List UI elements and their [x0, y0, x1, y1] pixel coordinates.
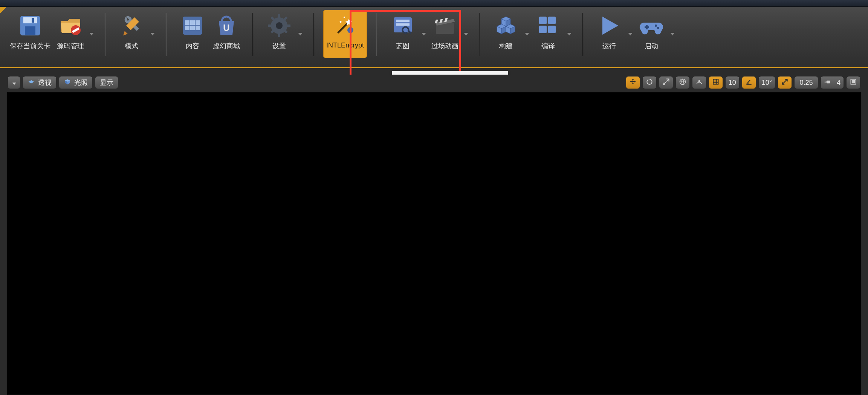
clapperboard-icon [431, 12, 458, 39]
blueprint-icon [389, 12, 416, 39]
play-label: 运行 [602, 41, 616, 51]
grid-snap-value-text: 10 [729, 79, 736, 87]
transform-move-button[interactable] [626, 76, 640, 89]
magic-wand-icon [332, 12, 359, 39]
svg-rect-47 [852, 80, 855, 83]
scale-icon [662, 78, 670, 87]
svg-rect-9 [196, 20, 200, 25]
source-control-label: 源码管理 [57, 41, 84, 51]
play-dropdown[interactable] [626, 10, 634, 58]
scale-snap-value[interactable]: 0.25 [794, 76, 818, 89]
scale-snap-toggle[interactable] [778, 76, 792, 89]
scale-snap-value-text: 0.25 [799, 79, 813, 87]
cinematics-dropdown[interactable] [462, 10, 470, 58]
blocks-icon [535, 12, 562, 39]
svg-rect-37 [539, 26, 547, 33]
svg-rect-1 [23, 17, 37, 23]
svg-rect-3 [32, 18, 34, 23]
perspective-label: 透视 [38, 78, 52, 87]
modes-dropdown[interactable] [148, 10, 157, 58]
transform-rotate-button[interactable] [642, 76, 657, 89]
camera-speed-button[interactable]: 4 [821, 76, 844, 89]
svg-rect-2 [25, 26, 35, 35]
source-control-dropdown[interactable] [87, 10, 96, 58]
svg-rect-30 [396, 23, 410, 26]
grid-snap-value[interactable]: 10 [725, 76, 740, 89]
perspective-button[interactable]: 透视 [23, 76, 57, 89]
settings-dropdown[interactable] [296, 10, 304, 58]
svg-rect-8 [190, 20, 195, 25]
svg-point-25 [347, 27, 353, 33]
svg-point-42 [657, 27, 659, 29]
compile-button[interactable]: 编译 [531, 10, 565, 58]
marketplace-label: 虚幻商城 [213, 41, 240, 51]
lighting-button[interactable]: 光照 [59, 76, 93, 89]
svg-rect-17 [278, 32, 280, 37]
app-root: 保存当前关卡 源码管理 模式 [0, 0, 868, 395]
play-button[interactable]: 运行 [592, 10, 626, 58]
toolbar-separator [582, 13, 583, 56]
svg-rect-36 [548, 17, 556, 24]
camera-speed-icon [824, 78, 831, 87]
grid-window-icon [179, 12, 206, 39]
coordinate-space-button[interactable] [675, 76, 690, 89]
angle-snap-toggle[interactable] [742, 76, 756, 89]
svg-point-15 [276, 22, 283, 29]
show-button[interactable]: 显示 [95, 76, 118, 89]
blueprint-dropdown[interactable] [420, 10, 428, 58]
main-toolbar: 保存当前关卡 源码管理 模式 [0, 7, 868, 67]
grid-snap-toggle[interactable] [709, 76, 723, 89]
save-button[interactable]: 保存当前关卡 [7, 10, 53, 58]
svg-rect-7 [185, 20, 189, 25]
viewport-panel: 透视 光照 显示 [7, 75, 861, 395]
viewport-toolbar: 透视 光照 显示 [7, 75, 861, 90]
globe-icon [679, 78, 686, 87]
toolbar-separator [479, 13, 480, 56]
angle-snap-value[interactable]: 10° [758, 76, 775, 89]
content-button[interactable]: 内容 [176, 10, 209, 58]
scale-snap-icon [781, 78, 789, 87]
svg-text:U: U [223, 23, 229, 33]
move-arrows-icon [629, 78, 637, 87]
surface-snap-button[interactable] [692, 76, 706, 89]
build-button[interactable]: 构建 [489, 10, 523, 58]
play-icon [596, 12, 623, 39]
svg-rect-12 [196, 26, 200, 30]
maximize-viewport-button[interactable] [846, 76, 860, 89]
build-dropdown[interactable] [523, 10, 531, 58]
marketplace-button[interactable]: U 虚幻商城 [209, 10, 243, 58]
launch-button[interactable]: 启动 [634, 10, 668, 58]
toolbar-separator [166, 13, 167, 56]
modes-button[interactable]: 模式 [115, 10, 148, 58]
build-label: 构建 [499, 41, 513, 51]
toolbar-group-content: 内容 U 虚幻商城 [176, 10, 243, 67]
intlencrypt-label: INTLEncrypt [326, 41, 364, 49]
bag-u-icon: U [213, 12, 240, 39]
transform-scale-button[interactable] [659, 76, 673, 89]
compile-label: 编译 [541, 41, 555, 51]
toolbar-separator [376, 13, 377, 56]
level-viewport[interactable] [7, 92, 861, 395]
viewport-options-dropdown[interactable] [8, 76, 20, 89]
svg-rect-29 [396, 20, 410, 22]
compile-dropdown[interactable] [565, 10, 573, 58]
viewport-toolbar-right: 10 10° 0.25 [626, 76, 860, 89]
blueprint-button[interactable]: 蓝图 [386, 10, 420, 58]
launch-dropdown[interactable] [668, 10, 677, 58]
grid-icon [712, 78, 720, 87]
intlencrypt-button[interactable]: INTLEncrypt [323, 10, 367, 58]
eye-cube-icon [28, 78, 35, 87]
blueprint-label: 蓝图 [396, 41, 410, 51]
angle-icon [745, 78, 753, 87]
source-control-button[interactable]: 源码管理 [53, 10, 87, 58]
folder-blocked-icon [57, 12, 84, 39]
floppy-icon [17, 12, 44, 39]
settings-button[interactable]: 设置 [262, 10, 296, 58]
maximize-icon [850, 78, 857, 87]
chevron-down-icon [12, 79, 16, 87]
svg-point-41 [655, 24, 657, 27]
cubes-icon [492, 12, 520, 39]
cinematics-button[interactable]: 过场动画 [428, 10, 462, 58]
content-label: 内容 [186, 41, 199, 51]
toolbar-group-modes: 模式 [115, 10, 157, 67]
